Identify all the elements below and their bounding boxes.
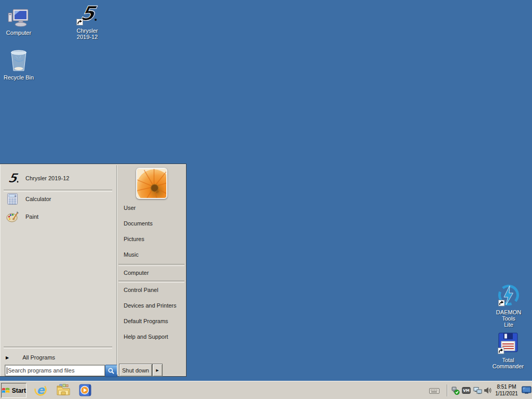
menu-item-label: User [124,205,136,211]
quicklaunch-windows-explorer[interactable] [56,383,71,397]
quicklaunch-internet-explorer[interactable]: e [33,383,48,397]
computer-icon [0,4,37,28]
start-menu-right-pane: User Documents Pictures Music Computer C… [117,165,185,375]
desktop-icon-label: Total [502,357,514,363]
menu-item-label: Music [124,251,139,258]
vmware-tools-icon: VM [462,387,471,394]
quicklaunch-media-player[interactable] [78,383,92,397]
clock-date: 1/11/2021 [491,390,522,397]
shutdown-label: Shut down [122,367,149,374]
start-menu-item-chrysler[interactable]: 5 Chrysler 2019-12 [1,169,115,187]
start-menu-item-music[interactable]: Music [117,248,185,261]
menu-item-label: Devices and Printers [124,302,177,309]
user-avatar[interactable] [136,168,167,199]
taskbar: Start e [0,381,532,399]
menu-item-label: Documents [124,220,153,227]
desktop-icon-label: Lite [504,322,513,328]
display-icon [522,386,531,394]
start-menu: 5 Chrysler 2019-12 8 [0,164,187,377]
desktop-icon-label: Computer [6,30,31,36]
tray-display[interactable] [522,386,531,395]
desktop-icon-label: Recycle Bin [4,74,34,81]
start-menu-item-paint[interactable]: Paint [1,208,115,225]
desktop-icon-label: Chrysler [77,28,98,34]
start-menu-item-calculator[interactable]: 8 Calculator [1,190,115,208]
keyboard-icon [429,388,440,394]
start-button-label: Start [12,387,26,394]
chrysler-5-icon: 5 [6,171,19,185]
recycle-bin-icon [0,48,37,73]
tray-vmware-tools[interactable]: VM [462,387,471,395]
menu-item-label: Calculator [25,196,51,202]
start-menu-item-default-programs[interactable]: Default Programs [117,315,185,327]
taskbar-clock[interactable]: 8:51 PM 1/11/2021 [491,383,522,397]
all-programs-label: All Programs [22,354,55,361]
right-arrow-icon: ▶ [6,355,9,360]
search-input[interactable]: Search programs and files [5,365,105,376]
clock-time: 8:51 PM [491,383,522,390]
desktop-icon-computer[interactable]: Computer [0,4,37,36]
search-button[interactable] [105,365,117,377]
paint-icon [6,210,19,223]
all-programs[interactable]: ▶ All Programs [1,350,115,365]
windows-media-player-icon [78,383,92,397]
chrysler-5-icon: 5 [69,2,106,26]
desktop-icon-label: Commander [493,363,524,369]
tray-network[interactable] [473,387,482,395]
text-caret [7,367,7,374]
desktop-icon-daemon-tools[interactable]: DAEMON Tools Lite [490,284,527,328]
menu-item-label: Help and Support [124,334,168,340]
desktop-icon-recycle-bin[interactable]: Recycle Bin [0,48,37,81]
desktop-icon-label: 2019-12 [77,34,98,40]
shutdown-button[interactable]: Shut down [119,364,152,377]
start-menu-item-control-panel[interactable]: Control Panel [117,284,185,296]
shutdown-options-button[interactable]: ▶ [152,364,163,377]
menu-item-label: Paint [25,214,38,220]
total-commander-icon [489,331,527,355]
menu-item-label: Pictures [124,236,144,242]
start-button[interactable]: Start [1,383,26,398]
tray-safely-remove[interactable] [451,387,460,396]
start-menu-item-user[interactable]: User [117,202,185,214]
network-icon [473,387,482,394]
start-menu-item-pictures[interactable]: Pictures [117,233,185,245]
start-menu-item-help-support[interactable]: Help and Support [117,330,185,343]
menu-item-label: Chrysler 2019-12 [25,175,69,181]
start-menu-item-devices-printers[interactable]: Devices and Printers [117,299,185,312]
desktop-icon-label: DAEMON Tools [496,309,521,322]
safely-remove-hardware-icon [451,387,460,395]
search-placeholder: Search programs and files [8,367,74,374]
start-menu-item-computer[interactable]: Computer [117,266,185,280]
svg-text:VM: VM [463,389,469,393]
svg-text:5: 5 [7,171,19,185]
start-menu-left-pane: 5 Chrysler 2019-12 8 [1,165,117,375]
calculator-icon: 8 [6,193,19,205]
tray-keyboard[interactable] [429,388,440,395]
daemon-tools-icon [490,284,527,308]
svg-text:e: e [37,383,46,396]
menu-item-label: Control Panel [124,287,158,293]
desktop-icon-chrysler[interactable]: 5 Chrysler 2019-12 [69,2,106,40]
windows-logo-icon [2,387,10,394]
svg-text:8: 8 [15,195,16,197]
windows-explorer-icon [56,383,71,397]
separator [4,347,112,349]
tray-separator [447,384,448,396]
internet-explorer-icon: e [33,383,48,397]
start-menu-item-documents[interactable]: Documents [117,217,185,230]
separator [118,281,184,283]
desktop-icon-total-commander[interactable]: Total Commander [489,331,527,369]
search-icon [108,367,115,375]
menu-item-label: Default Programs [124,318,168,324]
desktop[interactable]: Computer 5 Chrysler 2019-12 [0,0,532,399]
menu-item-label: Computer [124,270,149,276]
right-arrow-icon: ▶ [156,368,158,373]
